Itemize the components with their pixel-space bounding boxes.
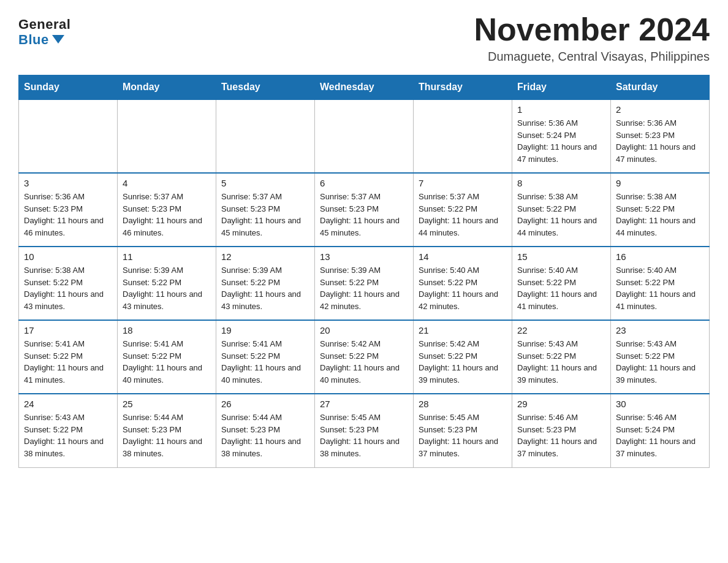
day-info: Sunrise: 5:38 AMSunset: 5:22 PMDaylight:… bbox=[616, 191, 704, 239]
calendar-table: SundayMondayTuesdayWednesdayThursdayFrid… bbox=[18, 75, 710, 468]
calendar-cell: 30Sunrise: 5:46 AMSunset: 5:24 PMDayligh… bbox=[611, 394, 710, 467]
day-info: Sunrise: 5:45 AMSunset: 5:23 PMDaylight:… bbox=[320, 412, 408, 459]
day-info: Sunrise: 5:40 AMSunset: 5:22 PMDaylight:… bbox=[616, 264, 704, 312]
location-title: Dumaguete, Central Visayas, Philippines bbox=[474, 50, 710, 64]
day-number: 30 bbox=[616, 399, 704, 409]
day-number: 9 bbox=[616, 178, 704, 188]
calendar-cell: 3Sunrise: 5:36 AMSunset: 5:23 PMDaylight… bbox=[19, 173, 118, 247]
weekday-header-sunday: Sunday bbox=[19, 75, 118, 100]
calendar-cell: 13Sunrise: 5:39 AMSunset: 5:22 PMDayligh… bbox=[315, 247, 414, 320]
day-info: Sunrise: 5:37 AMSunset: 5:23 PMDaylight:… bbox=[123, 191, 211, 239]
weekday-header-saturday: Saturday bbox=[611, 75, 710, 100]
day-number: 4 bbox=[123, 178, 211, 188]
calendar-cell bbox=[118, 99, 216, 173]
weekday-header-thursday: Thursday bbox=[414, 75, 512, 100]
calendar-cell: 17Sunrise: 5:41 AMSunset: 5:22 PMDayligh… bbox=[19, 320, 118, 394]
week-row-4: 17Sunrise: 5:41 AMSunset: 5:22 PMDayligh… bbox=[19, 320, 710, 394]
day-number: 27 bbox=[320, 399, 408, 409]
day-info: Sunrise: 5:41 AMSunset: 5:22 PMDaylight:… bbox=[123, 338, 211, 386]
day-number: 16 bbox=[616, 251, 704, 262]
day-info: Sunrise: 5:37 AMSunset: 5:22 PMDaylight:… bbox=[419, 191, 507, 239]
day-info: Sunrise: 5:42 AMSunset: 5:22 PMDaylight:… bbox=[320, 338, 408, 386]
logo-general-text: General bbox=[18, 17, 70, 32]
month-title: November 2024 bbox=[474, 12, 710, 47]
day-info: Sunrise: 5:38 AMSunset: 5:22 PMDaylight:… bbox=[517, 191, 605, 239]
day-info: Sunrise: 5:43 AMSunset: 5:22 PMDaylight:… bbox=[517, 338, 605, 386]
calendar-cell: 29Sunrise: 5:46 AMSunset: 5:23 PMDayligh… bbox=[512, 394, 611, 467]
week-row-5: 24Sunrise: 5:43 AMSunset: 5:22 PMDayligh… bbox=[19, 394, 710, 467]
calendar-cell: 21Sunrise: 5:42 AMSunset: 5:22 PMDayligh… bbox=[414, 320, 512, 394]
day-number: 1 bbox=[517, 104, 605, 115]
day-number: 23 bbox=[616, 325, 704, 335]
day-info: Sunrise: 5:44 AMSunset: 5:23 PMDaylight:… bbox=[221, 412, 309, 459]
day-number: 21 bbox=[419, 325, 507, 335]
calendar-cell: 26Sunrise: 5:44 AMSunset: 5:23 PMDayligh… bbox=[216, 394, 315, 467]
day-number: 2 bbox=[616, 104, 704, 115]
calendar-cell: 23Sunrise: 5:43 AMSunset: 5:22 PMDayligh… bbox=[611, 320, 710, 394]
day-number: 28 bbox=[419, 399, 507, 409]
calendar-cell: 25Sunrise: 5:44 AMSunset: 5:23 PMDayligh… bbox=[118, 394, 216, 467]
day-info: Sunrise: 5:37 AMSunset: 5:23 PMDaylight:… bbox=[320, 191, 408, 239]
calendar-cell: 24Sunrise: 5:43 AMSunset: 5:22 PMDayligh… bbox=[19, 394, 118, 467]
day-info: Sunrise: 5:39 AMSunset: 5:22 PMDaylight:… bbox=[221, 264, 309, 312]
day-number: 11 bbox=[123, 251, 211, 262]
day-info: Sunrise: 5:38 AMSunset: 5:22 PMDaylight:… bbox=[24, 264, 112, 312]
calendar-header-row: SundayMondayTuesdayWednesdayThursdayFrid… bbox=[19, 75, 710, 100]
day-number: 5 bbox=[221, 178, 309, 188]
weekday-header-friday: Friday bbox=[512, 75, 611, 100]
calendar-cell: 11Sunrise: 5:39 AMSunset: 5:22 PMDayligh… bbox=[118, 247, 216, 320]
calendar-cell: 18Sunrise: 5:41 AMSunset: 5:22 PMDayligh… bbox=[118, 320, 216, 394]
logo: General Blue bbox=[18, 17, 70, 48]
calendar-cell: 4Sunrise: 5:37 AMSunset: 5:23 PMDaylight… bbox=[118, 173, 216, 247]
day-info: Sunrise: 5:41 AMSunset: 5:22 PMDaylight:… bbox=[24, 338, 112, 386]
calendar-cell: 1Sunrise: 5:36 AMSunset: 5:24 PMDaylight… bbox=[512, 99, 611, 173]
day-number: 18 bbox=[123, 325, 211, 335]
day-info: Sunrise: 5:43 AMSunset: 5:22 PMDaylight:… bbox=[616, 338, 704, 386]
logo-blue-text: Blue bbox=[18, 32, 64, 48]
day-info: Sunrise: 5:36 AMSunset: 5:23 PMDaylight:… bbox=[616, 117, 704, 165]
page-header: General Blue November 2024 Dumaguete, Ce… bbox=[18, 12, 710, 64]
day-number: 25 bbox=[123, 399, 211, 409]
day-number: 24 bbox=[24, 399, 112, 409]
day-info: Sunrise: 5:40 AMSunset: 5:22 PMDaylight:… bbox=[419, 264, 507, 312]
day-number: 17 bbox=[24, 325, 112, 335]
logo-triangle-icon bbox=[52, 35, 64, 44]
calendar-cell: 7Sunrise: 5:37 AMSunset: 5:22 PMDaylight… bbox=[414, 173, 512, 247]
calendar-cell: 15Sunrise: 5:40 AMSunset: 5:22 PMDayligh… bbox=[512, 247, 611, 320]
day-number: 22 bbox=[517, 325, 605, 335]
calendar-cell: 27Sunrise: 5:45 AMSunset: 5:23 PMDayligh… bbox=[315, 394, 414, 467]
day-number: 7 bbox=[419, 178, 507, 188]
day-number: 3 bbox=[24, 178, 112, 188]
day-number: 29 bbox=[517, 399, 605, 409]
calendar-cell: 20Sunrise: 5:42 AMSunset: 5:22 PMDayligh… bbox=[315, 320, 414, 394]
day-info: Sunrise: 5:46 AMSunset: 5:24 PMDaylight:… bbox=[616, 412, 704, 459]
day-number: 20 bbox=[320, 325, 408, 335]
weekday-header-tuesday: Tuesday bbox=[216, 75, 315, 100]
day-info: Sunrise: 5:39 AMSunset: 5:22 PMDaylight:… bbox=[123, 264, 211, 312]
calendar-cell: 12Sunrise: 5:39 AMSunset: 5:22 PMDayligh… bbox=[216, 247, 315, 320]
day-info: Sunrise: 5:41 AMSunset: 5:22 PMDaylight:… bbox=[221, 338, 309, 386]
weekday-header-monday: Monday bbox=[118, 75, 216, 100]
day-number: 14 bbox=[419, 251, 507, 262]
calendar-cell: 28Sunrise: 5:45 AMSunset: 5:23 PMDayligh… bbox=[414, 394, 512, 467]
week-row-1: 1Sunrise: 5:36 AMSunset: 5:24 PMDaylight… bbox=[19, 99, 710, 173]
calendar-cell bbox=[315, 99, 414, 173]
calendar-cell: 19Sunrise: 5:41 AMSunset: 5:22 PMDayligh… bbox=[216, 320, 315, 394]
calendar-cell: 14Sunrise: 5:40 AMSunset: 5:22 PMDayligh… bbox=[414, 247, 512, 320]
day-number: 13 bbox=[320, 251, 408, 262]
calendar-cell: 6Sunrise: 5:37 AMSunset: 5:23 PMDaylight… bbox=[315, 173, 414, 247]
day-number: 8 bbox=[517, 178, 605, 188]
calendar-cell: 5Sunrise: 5:37 AMSunset: 5:23 PMDaylight… bbox=[216, 173, 315, 247]
calendar-cell bbox=[19, 99, 118, 173]
day-info: Sunrise: 5:44 AMSunset: 5:23 PMDaylight:… bbox=[123, 412, 211, 459]
day-info: Sunrise: 5:46 AMSunset: 5:23 PMDaylight:… bbox=[517, 412, 605, 459]
day-info: Sunrise: 5:40 AMSunset: 5:22 PMDaylight:… bbox=[517, 264, 605, 312]
calendar-cell: 10Sunrise: 5:38 AMSunset: 5:22 PMDayligh… bbox=[19, 247, 118, 320]
day-info: Sunrise: 5:45 AMSunset: 5:23 PMDaylight:… bbox=[419, 412, 507, 459]
calendar-cell: 9Sunrise: 5:38 AMSunset: 5:22 PMDaylight… bbox=[611, 173, 710, 247]
calendar-cell: 22Sunrise: 5:43 AMSunset: 5:22 PMDayligh… bbox=[512, 320, 611, 394]
week-row-2: 3Sunrise: 5:36 AMSunset: 5:23 PMDaylight… bbox=[19, 173, 710, 247]
day-info: Sunrise: 5:42 AMSunset: 5:22 PMDaylight:… bbox=[419, 338, 507, 386]
day-info: Sunrise: 5:37 AMSunset: 5:23 PMDaylight:… bbox=[221, 191, 309, 239]
day-info: Sunrise: 5:39 AMSunset: 5:22 PMDaylight:… bbox=[320, 264, 408, 312]
